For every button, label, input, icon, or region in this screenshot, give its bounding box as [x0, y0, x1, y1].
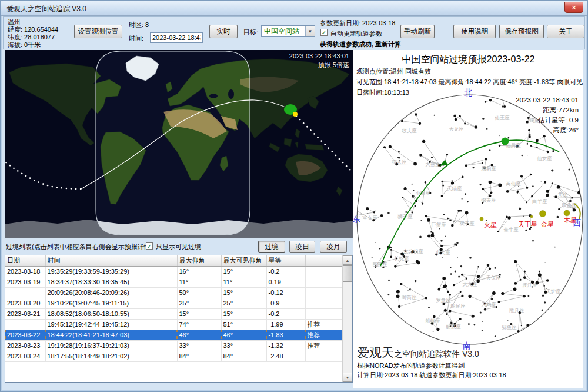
star-dot — [458, 276, 460, 278]
table-cell[interactable]: 18:08:52(18:06:50-18:10:55) — [45, 308, 177, 319]
table-cell[interactable]: 19:45:12(19:42:44-19:45:12) — [45, 319, 177, 330]
manual-refresh-button[interactable]: 手动刷新 — [400, 25, 435, 38]
table-cell[interactable]: 推荐 — [305, 340, 342, 351]
help-button[interactable]: 使用说明 — [453, 25, 496, 38]
star-dot — [569, 200, 572, 202]
star-dot — [416, 251, 418, 253]
table-cell[interactable]: 33° — [221, 340, 266, 351]
constellation-star — [440, 245, 443, 247]
about-button[interactable]: 关于 — [547, 25, 584, 38]
scroll-down-icon[interactable]: ▼ — [343, 373, 352, 382]
table-cell[interactable]: 46° — [221, 330, 266, 340]
table-row[interactable]: 2023-03-2019:10:26(19:07:45-19:11:15)25°… — [5, 298, 342, 308]
table-cell[interactable]: 2023-03-19 — [5, 277, 45, 287]
constellation-star — [373, 211, 376, 214]
table-row[interactable]: 2023-03-2118:08:52(18:06:50-18:10:55)15°… — [5, 308, 342, 319]
planet-dot — [530, 215, 533, 218]
column-header[interactable]: 时间 — [45, 255, 177, 266]
table-row[interactable]: 20:09:26(20:08:46-20:09:26)50°15°-0.12 — [5, 287, 342, 298]
table-row[interactable]: 2023-03-2418:17:55(18:14:49-18:21:02)84°… — [5, 351, 342, 361]
column-header[interactable] — [305, 255, 342, 266]
table-cell[interactable]: 15° — [177, 308, 221, 319]
column-header[interactable]: 日期 — [5, 255, 45, 266]
column-header[interactable]: 最大可见仰角 — [221, 255, 266, 266]
table-cell[interactable]: 19:35:29(19:33:59-19:35:29) — [45, 266, 177, 277]
table-row[interactable]: 2023-03-2218:44:22(18:41:21-18:47:03)46°… — [5, 330, 342, 340]
table-cell[interactable]: 2023-03-20 — [5, 298, 45, 308]
table-cell[interactable]: 2023-03-21 — [5, 308, 45, 319]
table-cell[interactable]: 84° — [177, 351, 221, 361]
table-cell[interactable]: 2023-03-22 — [5, 330, 45, 340]
scrollbar-thumb[interactable] — [343, 265, 352, 282]
table-cell[interactable]: 2023-03-18 — [5, 266, 45, 277]
table-cell[interactable]: -1.32 — [266, 340, 305, 351]
table-cell[interactable]: 15° — [221, 308, 266, 319]
table-cell[interactable] — [305, 266, 342, 277]
table-cell[interactable]: 46° — [177, 330, 221, 340]
table-cell[interactable]: 25° — [177, 298, 221, 308]
table-cell[interactable]: 51° — [221, 319, 266, 330]
table-cell[interactable] — [5, 319, 45, 330]
time-input[interactable] — [150, 32, 203, 43]
table-cell[interactable] — [305, 287, 342, 298]
auto-update-checkbox[interactable]: ✓ — [320, 29, 328, 36]
table-row[interactable]: 2023-03-1918:34:37(18:33:30-18:35:45)11°… — [5, 277, 342, 287]
table-cell[interactable] — [305, 277, 342, 287]
constellation-star — [506, 190, 509, 193]
table-cell[interactable] — [5, 287, 45, 298]
table-cell[interactable]: 16° — [177, 266, 221, 277]
star-dot — [544, 262, 546, 263]
table-cell[interactable]: 推荐 — [305, 319, 342, 330]
table-row[interactable]: 19:45:12(19:42:44-19:45:12)74°51°-1.99推荐 — [5, 319, 342, 330]
table-cell[interactable] — [305, 298, 342, 308]
column-header[interactable]: 星等 — [266, 255, 305, 266]
table-cell[interactable]: 推荐 — [305, 330, 342, 340]
table-cell[interactable]: 18:17:55(18:14:49-18:21:02) — [45, 351, 177, 361]
table-row[interactable]: 2023-03-1819:35:29(19:33:59-19:35:29)16°… — [5, 266, 342, 277]
table-cell[interactable]: -2.48 — [266, 351, 305, 361]
table-cell[interactable]: 19:19:28(19:16:37-19:21:03) — [45, 340, 177, 351]
table-cell[interactable]: 84° — [221, 351, 266, 361]
column-header[interactable]: 最大仰角 — [177, 255, 221, 266]
titlebar[interactable]: 爱观天之空间站追踪 V3.0 ✕ — [1, 1, 587, 16]
lunar-transit-button[interactable]: 凌月 — [320, 241, 347, 253]
table-cell[interactable]: 25° — [221, 298, 266, 308]
table-cell[interactable] — [305, 308, 342, 319]
constellation-label: 船帆座 — [425, 318, 440, 324]
table-scrollbar[interactable]: ▲ ▼ — [342, 255, 352, 382]
table-cell[interactable]: -1.83 — [266, 330, 305, 340]
set-location-button[interactable]: 设置观测位置 — [74, 25, 122, 38]
table-cell[interactable]: 11° — [177, 277, 221, 287]
table-cell[interactable]: 50° — [177, 287, 221, 298]
table-cell[interactable]: 18:44:22(18:41:21-18:47:03) — [45, 330, 177, 340]
table-cell[interactable]: 0.19 — [266, 277, 305, 287]
table-cell[interactable]: -1.99 — [266, 319, 305, 330]
table-cell[interactable]: 19:10:26(19:07:45-19:11:15) — [45, 298, 177, 308]
table-row[interactable]: 2023-03-2319:19:28(19:16:37-19:21:03)33°… — [5, 340, 342, 351]
transit-tab-button[interactable]: 过境 — [258, 241, 285, 253]
table-cell[interactable]: 18:34:37(18:33:30-18:35:45) — [45, 277, 177, 287]
close-button[interactable]: ✕ — [564, 2, 583, 13]
transit-table-header[interactable]: 日期时间最大仰角最大可见仰角星等 — [5, 255, 342, 266]
save-forecast-button[interactable]: 保存预报图 — [499, 25, 544, 38]
table-cell[interactable]: 74° — [177, 319, 221, 330]
table-cell[interactable]: -0.2 — [266, 266, 305, 277]
table-cell[interactable]: -0.12 — [266, 287, 305, 298]
table-cell[interactable]: 2023-03-23 — [5, 340, 45, 351]
visible-only-checkbox[interactable]: ✓ — [146, 242, 153, 250]
realtime-button[interactable]: 实时 — [209, 25, 238, 38]
star-dot — [407, 290, 408, 291]
table-cell[interactable] — [305, 351, 342, 361]
table-cell[interactable]: 15° — [221, 287, 266, 298]
target-combobox[interactable]: 中国空间站 ▼ — [261, 25, 315, 37]
table-cell[interactable]: 33° — [177, 340, 221, 351]
scroll-up-icon[interactable]: ▲ — [343, 255, 352, 265]
chevron-down-icon[interactable]: ▼ — [305, 26, 315, 36]
solar-transit-button[interactable]: 凌日 — [289, 241, 315, 253]
table-cell[interactable]: -0.9 — [266, 298, 305, 308]
table-cell[interactable]: 15° — [221, 266, 266, 277]
table-cell[interactable]: -0.2 — [266, 308, 305, 319]
table-cell[interactable]: 11° — [221, 277, 266, 287]
table-cell[interactable]: 2023-03-24 — [5, 351, 45, 361]
table-cell[interactable]: 20:09:26(20:08:46-20:09:26) — [45, 287, 177, 298]
